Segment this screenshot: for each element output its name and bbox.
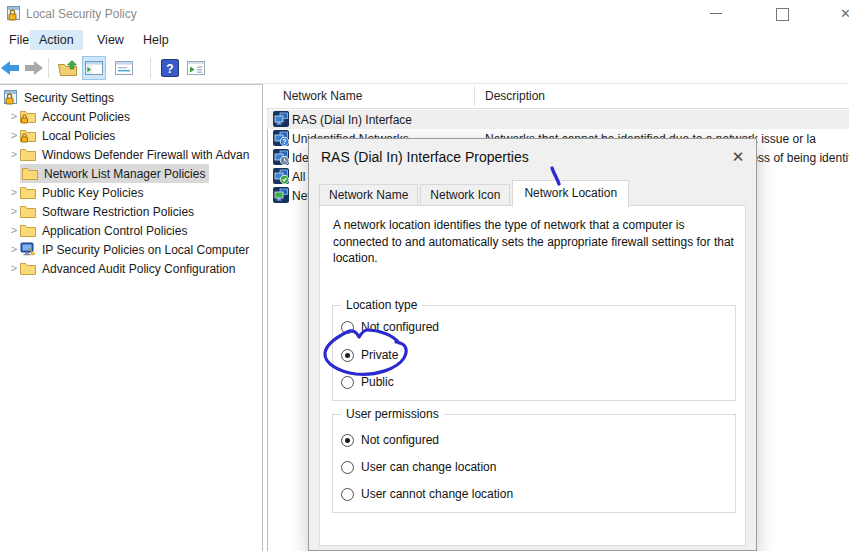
network-clock-icon — [273, 149, 289, 168]
column-divider[interactable] — [474, 86, 475, 106]
tree-item-label: Local Policies — [42, 129, 115, 143]
network-green-icon — [273, 187, 289, 206]
folder-lock-icon — [20, 109, 37, 125]
radio-icon[interactable] — [341, 321, 354, 334]
tree-item-network-list-manager-policies[interactable]: Network List Manager Policies — [0, 164, 262, 183]
folder-icon — [20, 261, 37, 277]
network-location-tab-page: A network location identifies the type o… — [319, 205, 746, 546]
tree-item-label: Application Control Policies — [42, 224, 187, 238]
security-settings-icon — [2, 90, 19, 106]
list-row-name: RAS (Dial In) Interface — [292, 113, 412, 127]
tree-item-label: Public Key Policies — [42, 186, 143, 200]
radio-checked-icon[interactable] — [341, 349, 354, 362]
chevron-right-icon[interactable]: > — [8, 145, 20, 164]
tree-item-windows-defender-firewall[interactable]: > Windows Defender Firewall with Advan — [0, 145, 262, 164]
tree-item-label: Security Settings — [24, 91, 114, 105]
local-security-policy-icon — [5, 6, 21, 25]
tree-item-advanced-audit-policy[interactable]: > Advanced Audit Policy Configuration — [0, 259, 262, 278]
menu-help[interactable]: Help — [134, 30, 178, 50]
tree-item-label: IP Security Policies on Local Computer — [42, 243, 249, 257]
dialog-close-icon[interactable]: ✕ — [725, 145, 751, 169]
radio-icon[interactable] — [341, 376, 354, 389]
radio-icon[interactable] — [341, 461, 354, 474]
radio-location-public[interactable]: Public — [341, 374, 394, 390]
tree-item-software-restriction-policies[interactable]: > Software Restriction Policies — [0, 202, 262, 221]
location-type-legend: Location type — [341, 298, 422, 312]
maximize-icon[interactable] — [776, 8, 789, 21]
tree-item-local-policies[interactable]: > Local Policies — [0, 126, 262, 145]
chevron-right-icon[interactable]: > — [8, 240, 20, 259]
column-header-network-name[interactable]: Network Name — [283, 89, 362, 103]
toolbar: ? — [0, 53, 849, 84]
tree-item-public-key-policies[interactable]: > Public Key Policies — [0, 183, 262, 202]
folder-icon — [20, 204, 37, 220]
tree-item-label: Advanced Audit Policy Configuration — [42, 262, 235, 276]
folder-icon — [20, 223, 37, 239]
radio-permissions-not-configured[interactable]: Not configured — [341, 432, 439, 448]
chevron-right-icon[interactable]: > — [8, 183, 20, 202]
network-question-icon: ? — [273, 130, 289, 149]
menu-view[interactable]: View — [88, 30, 133, 50]
radio-user-can-change[interactable]: User can change location — [341, 459, 496, 475]
chevron-right-icon[interactable]: > — [8, 107, 20, 126]
chevron-right-icon[interactable]: > — [8, 259, 20, 278]
tree-item-label: Software Restriction Policies — [42, 205, 194, 219]
dialog-tab-strip: Network Name Network Icon Network Locati… — [319, 178, 746, 206]
tree-item-account-policies[interactable]: > Account Policies — [0, 107, 262, 126]
user-permissions-legend: User permissions — [341, 407, 444, 421]
svg-text:?: ? — [166, 62, 173, 76]
folder-lock-icon — [20, 128, 37, 144]
folder-icon — [20, 185, 37, 201]
back-arrow-icon[interactable] — [0, 56, 22, 80]
window-title: Local Security Policy — [26, 7, 137, 21]
menu-action[interactable]: Action — [30, 30, 83, 50]
title-bar: Local Security Policy ✕ — [0, 0, 849, 28]
up-folder-icon[interactable] — [56, 56, 80, 80]
radio-user-cannot-change[interactable]: User cannot change location — [341, 486, 513, 502]
column-header-description[interactable]: Description — [485, 89, 545, 103]
network-icon — [273, 111, 289, 130]
close-icon[interactable]: ✕ — [840, 6, 849, 22]
radio-checked-icon[interactable] — [341, 434, 354, 447]
ip-security-icon — [20, 242, 37, 258]
tree-item-label: Windows Defender Firewall with Advan — [42, 148, 249, 162]
list-header: Network Name Description — [267, 84, 849, 109]
chevron-right-icon[interactable]: > — [8, 202, 20, 221]
menu-bar: File Action View Help — [0, 28, 849, 53]
tab-network-name[interactable]: Network Name — [319, 184, 418, 206]
dialog-title: RAS (Dial In) Interface Properties — [321, 149, 529, 165]
tab-intro-text: A network location identifies the type o… — [333, 217, 735, 267]
radio-location-not-configured[interactable]: Not configured — [341, 319, 439, 335]
radio-location-private[interactable]: Private — [341, 347, 398, 363]
tree-item-ip-security-policies[interactable]: > IP Security Policies on Local Computer — [0, 240, 262, 259]
radio-icon[interactable] — [341, 488, 354, 501]
tree-item-security-settings[interactable]: Security Settings — [0, 88, 262, 107]
ras-properties-dialog: RAS (Dial In) Interface Properties ✕ Net… — [308, 138, 757, 551]
properties-window-icon[interactable] — [112, 56, 136, 80]
tab-network-icon[interactable]: Network Icon — [420, 184, 510, 206]
svg-text:?: ? — [282, 138, 286, 145]
list-row-ras-dial-in[interactable]: RAS (Dial In) Interface — [267, 110, 849, 129]
tree-item-label: Account Policies — [42, 110, 130, 124]
tree-item-label: Network List Manager Policies — [44, 167, 205, 181]
folder-icon — [22, 166, 39, 182]
chevron-right-icon[interactable]: > — [8, 221, 20, 240]
network-check-icon — [273, 168, 289, 187]
tree-item-application-control-policies[interactable]: > Application Control Policies — [0, 221, 262, 240]
show-console-tree-icon[interactable] — [82, 56, 106, 80]
minimize-icon[interactable] — [710, 13, 722, 14]
help-icon[interactable]: ? — [158, 56, 182, 80]
tab-network-location[interactable]: Network Location — [512, 180, 629, 207]
folder-icon — [20, 147, 37, 163]
chevron-right-icon[interactable]: > — [8, 126, 20, 145]
forward-arrow-icon[interactable] — [22, 56, 46, 80]
export-list-icon[interactable] — [184, 56, 208, 80]
